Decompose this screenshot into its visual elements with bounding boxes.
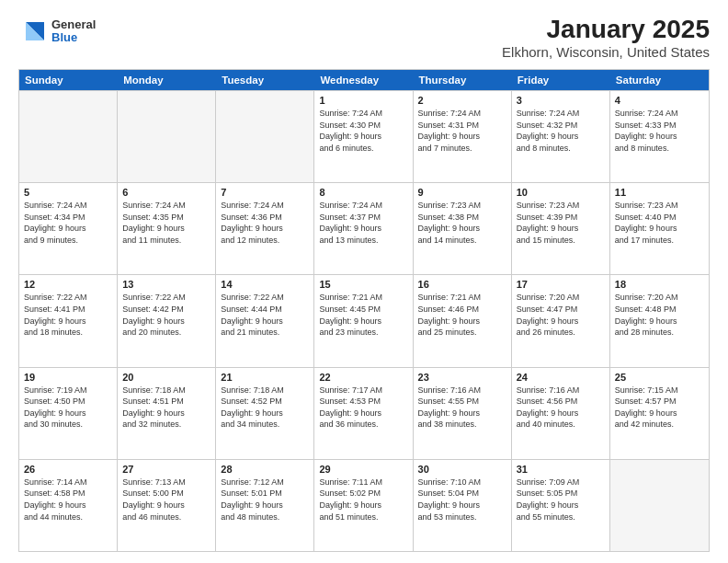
cal-row-2: 12Sunrise: 7:22 AM Sunset: 4:41 PM Dayli… [19,274,709,366]
day-info: Sunrise: 7:24 AM Sunset: 4:31 PM Dayligh… [418,108,506,154]
cal-cell: 3Sunrise: 7:24 AM Sunset: 4:32 PM Daylig… [512,91,610,182]
cal-cell [118,91,216,182]
day-number: 26 [24,464,112,475]
cal-cell: 26Sunrise: 7:14 AM Sunset: 4:58 PM Dayli… [19,460,118,551]
day-info: Sunrise: 7:24 AM Sunset: 4:35 PM Dayligh… [122,200,210,246]
cal-cell: 16Sunrise: 7:21 AM Sunset: 4:46 PM Dayli… [414,275,512,366]
day-number: 17 [517,279,605,290]
logo-blue: Blue [51,31,96,44]
cal-cell: 14Sunrise: 7:22 AM Sunset: 4:44 PM Dayli… [216,275,314,366]
cal-cell: 8Sunrise: 7:24 AM Sunset: 4:37 PM Daylig… [314,183,413,274]
cal-cell: 15Sunrise: 7:21 AM Sunset: 4:45 PM Dayli… [314,275,413,366]
day-of-week-thursday: Thursday [414,70,512,90]
title-section: January 2025 Elkhorn, Wisconsin, United … [502,15,710,60]
day-info: Sunrise: 7:18 AM Sunset: 4:52 PM Dayligh… [221,385,309,431]
logo: General Blue [18,15,96,48]
cal-cell: 20Sunrise: 7:18 AM Sunset: 4:51 PM Dayli… [118,368,216,459]
day-info: Sunrise: 7:17 AM Sunset: 4:53 PM Dayligh… [319,385,407,431]
cal-cell: 31Sunrise: 7:09 AM Sunset: 5:05 PM Dayli… [512,460,610,551]
day-info: Sunrise: 7:20 AM Sunset: 4:47 PM Dayligh… [517,292,605,338]
day-number: 19 [24,372,112,383]
day-info: Sunrise: 7:24 AM Sunset: 4:34 PM Dayligh… [24,200,112,246]
cal-cell: 7Sunrise: 7:24 AM Sunset: 4:36 PM Daylig… [216,183,314,274]
day-number: 9 [418,187,506,198]
day-of-week-friday: Friday [512,70,610,90]
day-of-week-tuesday: Tuesday [216,70,314,90]
calendar-header: SundayMondayTuesdayWednesdayThursdayFrid… [19,70,709,90]
cal-cell [216,91,314,182]
day-number: 11 [615,187,704,198]
cal-cell: 17Sunrise: 7:20 AM Sunset: 4:47 PM Dayli… [512,275,610,366]
day-info: Sunrise: 7:24 AM Sunset: 4:33 PM Dayligh… [615,108,704,154]
day-info: Sunrise: 7:22 AM Sunset: 4:41 PM Dayligh… [24,292,112,338]
day-info: Sunrise: 7:12 AM Sunset: 5:01 PM Dayligh… [221,477,309,523]
day-number: 23 [418,372,506,383]
day-info: Sunrise: 7:16 AM Sunset: 4:55 PM Dayligh… [418,385,506,431]
day-number: 6 [122,187,210,198]
cal-cell: 27Sunrise: 7:13 AM Sunset: 5:00 PM Dayli… [118,460,216,551]
page: General Blue January 2025 Elkhorn, Wisco… [0,0,728,563]
day-info: Sunrise: 7:23 AM Sunset: 4:38 PM Dayligh… [418,200,506,246]
page-subtitle: Elkhorn, Wisconsin, United States [502,44,710,60]
cal-row-3: 19Sunrise: 7:19 AM Sunset: 4:50 PM Dayli… [19,367,709,459]
cal-row-1: 5Sunrise: 7:24 AM Sunset: 4:34 PM Daylig… [19,182,709,274]
cal-cell: 21Sunrise: 7:18 AM Sunset: 4:52 PM Dayli… [216,368,314,459]
day-number: 16 [418,279,506,290]
day-of-week-sunday: Sunday [19,70,118,90]
day-number: 27 [122,464,210,475]
cal-cell: 5Sunrise: 7:24 AM Sunset: 4:34 PM Daylig… [19,183,118,274]
cal-cell: 18Sunrise: 7:20 AM Sunset: 4:48 PM Dayli… [610,275,709,366]
cal-cell: 28Sunrise: 7:12 AM Sunset: 5:01 PM Dayli… [216,460,314,551]
cal-cell: 13Sunrise: 7:22 AM Sunset: 4:42 PM Dayli… [118,275,216,366]
cal-row-4: 26Sunrise: 7:14 AM Sunset: 4:58 PM Dayli… [19,459,709,551]
day-number: 1 [319,95,407,106]
day-info: Sunrise: 7:24 AM Sunset: 4:30 PM Dayligh… [319,108,407,154]
cal-row-0: 1Sunrise: 7:24 AM Sunset: 4:30 PM Daylig… [19,90,709,182]
day-number: 30 [418,464,506,475]
cal-cell: 29Sunrise: 7:11 AM Sunset: 5:02 PM Dayli… [314,460,413,551]
cal-cell: 4Sunrise: 7:24 AM Sunset: 4:33 PM Daylig… [610,91,709,182]
day-info: Sunrise: 7:21 AM Sunset: 4:45 PM Dayligh… [319,292,407,338]
day-info: Sunrise: 7:16 AM Sunset: 4:56 PM Dayligh… [517,385,605,431]
cal-cell: 6Sunrise: 7:24 AM Sunset: 4:35 PM Daylig… [118,183,216,274]
day-number: 31 [517,464,605,475]
day-number: 20 [122,372,210,383]
cal-cell: 23Sunrise: 7:16 AM Sunset: 4:55 PM Dayli… [414,368,512,459]
day-number: 4 [615,95,704,106]
day-info: Sunrise: 7:24 AM Sunset: 4:37 PM Dayligh… [319,200,407,246]
calendar-body: 1Sunrise: 7:24 AM Sunset: 4:30 PM Daylig… [19,90,709,551]
day-info: Sunrise: 7:09 AM Sunset: 5:05 PM Dayligh… [517,477,605,523]
logo-icon [18,15,51,48]
day-info: Sunrise: 7:14 AM Sunset: 4:58 PM Dayligh… [24,477,112,523]
cal-cell: 30Sunrise: 7:10 AM Sunset: 5:04 PM Dayli… [414,460,512,551]
day-number: 5 [24,187,112,198]
day-info: Sunrise: 7:10 AM Sunset: 5:04 PM Dayligh… [418,477,506,523]
day-number: 15 [319,279,407,290]
day-number: 22 [319,372,407,383]
cal-cell [19,91,118,182]
cal-cell: 1Sunrise: 7:24 AM Sunset: 4:30 PM Daylig… [314,91,413,182]
cal-cell: 2Sunrise: 7:24 AM Sunset: 4:31 PM Daylig… [414,91,512,182]
day-number: 10 [517,187,605,198]
day-number: 12 [24,279,112,290]
logo-text: General Blue [51,18,96,45]
cal-cell: 19Sunrise: 7:19 AM Sunset: 4:50 PM Dayli… [19,368,118,459]
calendar: SundayMondayTuesdayWednesdayThursdayFrid… [18,69,710,552]
day-info: Sunrise: 7:20 AM Sunset: 4:48 PM Dayligh… [615,292,704,338]
logo-general: General [51,18,96,31]
day-info: Sunrise: 7:24 AM Sunset: 4:36 PM Dayligh… [221,200,309,246]
day-info: Sunrise: 7:22 AM Sunset: 4:42 PM Dayligh… [122,292,210,338]
day-of-week-wednesday: Wednesday [314,70,413,90]
day-number: 28 [221,464,309,475]
day-info: Sunrise: 7:23 AM Sunset: 4:39 PM Dayligh… [517,200,605,246]
day-number: 18 [615,279,704,290]
day-of-week-saturday: Saturday [610,70,709,90]
cal-cell: 11Sunrise: 7:23 AM Sunset: 4:40 PM Dayli… [610,183,709,274]
cal-cell: 25Sunrise: 7:15 AM Sunset: 4:57 PM Dayli… [610,368,709,459]
day-number: 21 [221,372,309,383]
day-of-week-monday: Monday [118,70,216,90]
day-number: 14 [221,279,309,290]
day-info: Sunrise: 7:23 AM Sunset: 4:40 PM Dayligh… [615,200,704,246]
day-number: 13 [122,279,210,290]
day-info: Sunrise: 7:15 AM Sunset: 4:57 PM Dayligh… [615,385,704,431]
